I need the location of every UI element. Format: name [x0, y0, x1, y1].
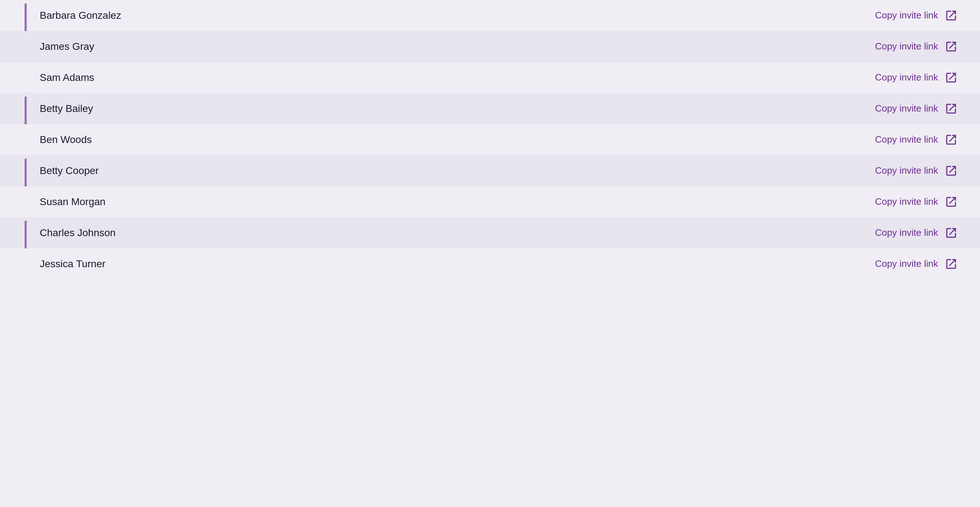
- copy-link-icon: [944, 164, 958, 178]
- list-item: Susan MorganCopy invite link: [0, 186, 980, 218]
- copy-invite-label: Copy invite link: [875, 196, 938, 207]
- copy-invite-button[interactable]: Copy invite link: [875, 257, 958, 271]
- copy-invite-label: Copy invite link: [875, 165, 938, 176]
- copy-invite-label: Copy invite link: [875, 10, 938, 21]
- list-item: Barbara GonzalezCopy invite link: [0, 0, 980, 31]
- list-item: James GrayCopy invite link: [0, 31, 980, 62]
- copy-invite-button[interactable]: Copy invite link: [875, 132, 958, 147]
- copy-invite-button[interactable]: Copy invite link: [875, 226, 958, 240]
- copy-invite-label: Copy invite link: [875, 227, 938, 238]
- copy-link-icon: [944, 39, 958, 54]
- copy-link-icon: [944, 70, 958, 85]
- copy-invite-button[interactable]: Copy invite link: [875, 102, 958, 116]
- invite-list: Barbara GonzalezCopy invite link James G…: [0, 0, 980, 280]
- person-name: Betty Bailey: [40, 103, 875, 114]
- copy-invite-label: Copy invite link: [875, 134, 938, 145]
- copy-invite-label: Copy invite link: [875, 41, 938, 52]
- copy-invite-label: Copy invite link: [875, 103, 938, 114]
- person-name: Charles Johnson: [40, 227, 875, 239]
- person-name: Sam Adams: [40, 72, 875, 83]
- person-name: Jessica Turner: [40, 258, 875, 270]
- copy-link-icon: [944, 8, 958, 23]
- list-item: Ben WoodsCopy invite link: [0, 124, 980, 155]
- copy-invite-label: Copy invite link: [875, 72, 938, 83]
- copy-invite-label: Copy invite link: [875, 258, 938, 269]
- copy-link-icon: [944, 102, 958, 116]
- copy-invite-button[interactable]: Copy invite link: [875, 8, 958, 23]
- list-item: Betty CooperCopy invite link: [0, 155, 980, 186]
- person-name: Ben Woods: [40, 134, 875, 146]
- copy-link-icon: [944, 195, 958, 209]
- person-name: Susan Morgan: [40, 196, 875, 208]
- list-item: Jessica TurnerCopy invite link: [0, 248, 980, 280]
- copy-link-icon: [944, 132, 958, 147]
- person-name: Barbara Gonzalez: [40, 10, 875, 21]
- list-item: Sam AdamsCopy invite link: [0, 62, 980, 93]
- copy-invite-button[interactable]: Copy invite link: [875, 164, 958, 178]
- person-name: Betty Cooper: [40, 165, 875, 176]
- list-item: Betty BaileyCopy invite link: [0, 93, 980, 124]
- list-item: Charles JohnsonCopy invite link: [0, 218, 980, 248]
- copy-link-icon: [944, 257, 958, 271]
- copy-link-icon: [944, 226, 958, 240]
- copy-invite-button[interactable]: Copy invite link: [875, 195, 958, 209]
- copy-invite-button[interactable]: Copy invite link: [875, 70, 958, 85]
- copy-invite-button[interactable]: Copy invite link: [875, 39, 958, 54]
- person-name: James Gray: [40, 41, 875, 52]
